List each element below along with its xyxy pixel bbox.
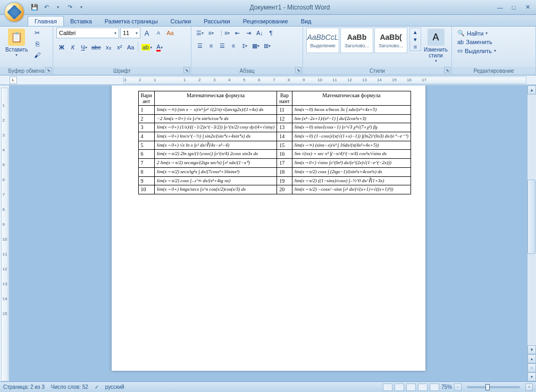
page-viewport[interactable]: Вари ант Математическая формула Вар иант…	[10, 86, 527, 381]
linespacing-button[interactable]: ‡▾	[239, 40, 250, 51]
table-row: 2−2 lim(x→0+) √x ∫₀^π sin³x/cos⁴x dx12li…	[138, 114, 411, 123]
close-button[interactable]: ✕	[521, 3, 534, 12]
font-size-combo[interactable]: 11▾	[120, 28, 140, 38]
cell-formula: lim(x→0) lncos x/lncos 3x ∫ xdx/(x²+4x+5…	[292, 106, 411, 115]
format-painter-button[interactable]: 🖌	[32, 50, 43, 61]
numbering-button[interactable]: ≡▾	[206, 28, 216, 38]
zoom-thumb[interactable]	[485, 384, 490, 390]
vertical-scrollbar[interactable]: ▲ ▼ ▴ ○ ▾	[527, 86, 536, 381]
redo-button[interactable]: ↷	[65, 3, 74, 12]
zoom-level[interactable]: 75%	[441, 384, 452, 390]
para-launcher[interactable]: ⬊	[295, 67, 302, 73]
save-button[interactable]: 💾	[30, 3, 39, 12]
undo-button[interactable]: ↶	[41, 3, 51, 12]
copy-button[interactable]: ⎘	[32, 39, 43, 49]
font-launcher[interactable]: ⬊	[183, 67, 190, 73]
paste-label: Вставить	[5, 47, 28, 53]
status-page[interactable]: Страница: 2 из 3	[3, 384, 45, 390]
clipboard-launcher[interactable]: ⬊	[45, 67, 52, 73]
showmarks-button[interactable]: ¶	[265, 28, 276, 38]
scroll-thumb[interactable]	[527, 180, 535, 254]
bold-button[interactable]: Ж	[56, 42, 67, 53]
qat-customize[interactable]: ▾	[77, 3, 86, 12]
bullets-button[interactable]: ☰▾	[195, 28, 205, 38]
select-button[interactable]: ▭Выделить▾	[455, 47, 532, 55]
scroll-down[interactable]: ▼	[527, 345, 536, 354]
cut-button[interactable]: ✂	[32, 28, 43, 38]
align-left-button[interactable]: ☰	[195, 40, 205, 51]
subscript-button[interactable]: x₂	[103, 42, 114, 53]
dedent-button[interactable]: ⇤	[232, 28, 242, 38]
fontcolor-button[interactable]: A▾	[154, 42, 165, 53]
tab-references[interactable]: Ссылки	[164, 16, 198, 26]
group-para-label: Абзац	[191, 67, 303, 75]
replace-button[interactable]: abЗаменить	[455, 38, 532, 46]
italic-button[interactable]: К	[68, 42, 78, 53]
font-name-combo[interactable]: Calibri▾	[56, 28, 119, 38]
tab-insert[interactable]: Вставка	[64, 16, 98, 26]
tab-mailings[interactable]: Рассылки	[197, 16, 236, 26]
maximize-button[interactable]: □	[507, 3, 520, 12]
statusbar: Страница: 2 из 3 Число слов: 52 ✓ русски…	[0, 381, 536, 392]
zoom-slider[interactable]	[467, 386, 520, 388]
strike-button[interactable]: abc	[90, 42, 103, 53]
align-right-button[interactable]: ☰	[217, 40, 228, 51]
view-draft[interactable]	[430, 384, 439, 391]
scroll-track[interactable]	[527, 95, 536, 345]
quick-access-toolbar: 💾 ↶ ▾ ↷ ▾	[30, 3, 86, 12]
browse-prev[interactable]: ▴	[527, 354, 536, 363]
undo-dd[interactable]: ▾	[53, 3, 63, 12]
indent-button[interactable]: ⇥	[243, 28, 254, 38]
style-gallery-more[interactable]: ≡	[410, 43, 421, 50]
status-proof-icon[interactable]: ✓	[95, 384, 99, 390]
ruler-h-scale[interactable]: 3211234567891011121314151617	[123, 76, 526, 84]
tab-pagelayout[interactable]: Разметка страницы	[98, 16, 164, 26]
superscript-button[interactable]: x²	[114, 42, 125, 53]
grow-font-button[interactable]: A	[141, 28, 152, 38]
status-lang[interactable]: русский	[105, 384, 124, 390]
align-center-button[interactable]: ≡	[206, 40, 216, 51]
align-justify-button[interactable]: ≡	[228, 40, 239, 51]
view-outline[interactable]	[418, 384, 428, 391]
table-row: 5lim(x→0+) √x ln x ∫₀¹ dx/∛(4x−x²−4)15li…	[138, 141, 411, 150]
cell-variant: 16	[277, 150, 292, 159]
shrink-font-button[interactable]: A	[153, 28, 164, 38]
browse-next[interactable]: ▾	[527, 372, 536, 381]
styles-launcher[interactable]: ⬊	[444, 67, 450, 73]
find-button[interactable]: 🔍Найти▾	[455, 29, 532, 37]
underline-button[interactable]: Ч▾	[79, 42, 89, 53]
cell-variant: 12	[277, 114, 292, 123]
style-gallery-up[interactable]: ▴	[410, 28, 421, 36]
ruler-vertical[interactable]: 123456789101112131415	[0, 86, 10, 381]
change-styles-button[interactable]: A Изменить стили ▾	[423, 28, 448, 64]
clear-format-button[interactable]: Aa	[165, 28, 175, 38]
style-gallery-down[interactable]: ▾	[410, 36, 421, 43]
shading-button[interactable]: ▦▾	[250, 40, 261, 51]
style-heading1[interactable]: AaBbЗаголово...	[340, 28, 373, 53]
scroll-up[interactable]: ▲	[527, 86, 536, 95]
view-web[interactable]	[406, 384, 416, 391]
tab-selector[interactable]: L	[10, 76, 17, 84]
formula-table: Вари ант Математическая формула Вар иант…	[138, 91, 411, 194]
tab-home[interactable]: Главная	[28, 16, 64, 26]
ruler-horizontal[interactable]: L 3211234567891011121314151617	[0, 75, 536, 85]
view-reading[interactable]	[395, 384, 404, 391]
zoom-in[interactable]: +	[525, 384, 533, 391]
browse-select[interactable]: ○	[527, 363, 536, 372]
tab-review[interactable]: Рецензирование	[237, 16, 295, 26]
style-emphasis[interactable]: AaBbCcLВыделение	[306, 28, 339, 53]
status-words[interactable]: Число слов: 52	[51, 384, 88, 390]
zoom-out[interactable]: −	[454, 384, 462, 391]
borders-button[interactable]: ⊞▾	[262, 40, 272, 51]
paste-button[interactable]: 📋 Вставить ▾	[3, 28, 30, 58]
multilevel-button[interactable]: ⋮≡▾	[217, 28, 231, 38]
minimize-button[interactable]: —	[493, 3, 506, 12]
sort-button[interactable]: A↓	[254, 28, 265, 38]
highlight-button[interactable]: ab▾	[140, 42, 154, 53]
tab-view[interactable]: Вид	[295, 16, 318, 26]
view-print[interactable]	[383, 384, 392, 391]
changecase-button[interactable]: Aa	[125, 42, 136, 53]
office-button[interactable]	[4, 2, 25, 23]
ruler-v-scale[interactable]: 123456789101112131415	[1, 88, 9, 381]
style-heading2[interactable]: AaBb(Заголово...	[374, 28, 407, 53]
